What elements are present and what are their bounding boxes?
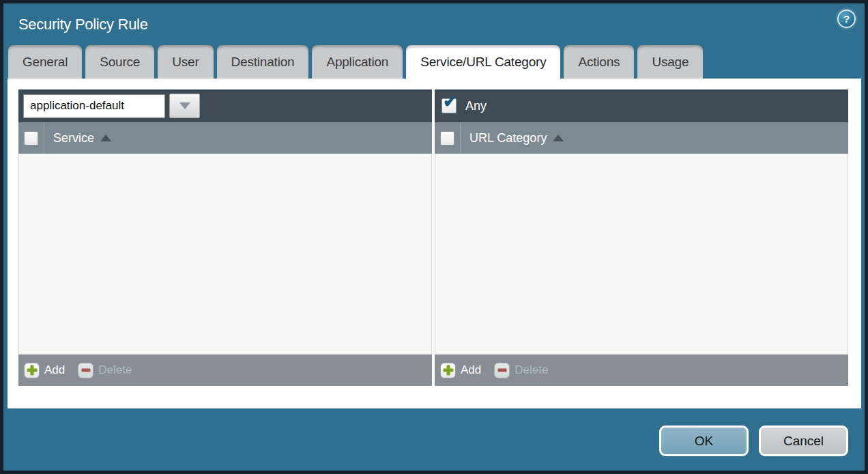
add-button-label: Add: [461, 363, 481, 377]
service-select-all-cell: ✔: [18, 122, 44, 154]
service-add-button[interactable]: Add: [24, 363, 65, 378]
help-icon[interactable]: ?: [837, 10, 856, 28]
any-checkbox[interactable]: ✔: [442, 98, 457, 113]
tab-user[interactable]: User: [158, 45, 213, 79]
any-label[interactable]: Any: [465, 99, 487, 113]
url-category-table-body[interactable]: [435, 154, 848, 354]
url-category-delete-button[interactable]: Delete: [494, 363, 548, 378]
tab-general[interactable]: General: [8, 45, 82, 79]
url-category-add-button[interactable]: Add: [440, 363, 481, 378]
tab-source[interactable]: Source: [85, 45, 154, 79]
delete-button-label: Delete: [515, 363, 548, 377]
url-category-toolbar: ✔ Any: [435, 89, 848, 122]
dialog-titlebar: Security Policy Rule: [3, 3, 865, 45]
minus-icon: [78, 363, 93, 378]
service-panel: ✔ Service Add Delete: [18, 89, 432, 386]
help-glyph: ?: [843, 13, 850, 25]
check-icon: ✔: [443, 93, 457, 110]
service-column-label[interactable]: Service: [53, 131, 94, 145]
cancel-button[interactable]: Cancel: [759, 426, 848, 456]
tab-content: ✔ Service Add Delete: [8, 79, 861, 408]
service-column-header: ✔ Service: [18, 122, 432, 154]
plus-icon: [24, 363, 40, 378]
tab-destination[interactable]: Destination: [217, 45, 309, 79]
url-category-footer: Add Delete: [435, 354, 848, 386]
service-type-dropdown-button[interactable]: [169, 94, 200, 118]
service-type-input[interactable]: [23, 94, 165, 118]
service-footer: Add Delete: [18, 354, 432, 386]
tab-actions[interactable]: Actions: [564, 45, 634, 79]
service-type-combobox: [23, 94, 200, 118]
tab-bar: General Source User Destination Applicat…: [8, 45, 703, 79]
url-category-panel: ✔ Any ✔ URL Category: [435, 89, 848, 386]
service-table-body[interactable]: [18, 154, 432, 354]
url-category-select-all-cell: ✔: [435, 122, 461, 154]
url-category-column-header: ✔ URL Category: [435, 122, 848, 154]
security-policy-rule-dialog: Security Policy Rule ? General Source Us…: [0, 0, 868, 474]
minus-icon: [494, 363, 510, 378]
page-title: Security Policy Rule: [18, 16, 148, 33]
sort-asc-icon: [100, 135, 111, 141]
tab-application[interactable]: Application: [312, 45, 403, 79]
plus-icon: [440, 363, 456, 378]
service-delete-button[interactable]: Delete: [78, 363, 132, 378]
url-category-select-all-checkbox[interactable]: ✔: [440, 131, 454, 145]
dialog-action-buttons: OK Cancel: [659, 426, 848, 456]
any-row: ✔ Any: [439, 98, 487, 113]
sort-asc-icon: [553, 135, 564, 141]
add-button-label: Add: [44, 363, 65, 377]
tab-usage[interactable]: Usage: [637, 45, 703, 79]
service-toolbar: [18, 89, 432, 122]
ok-button[interactable]: OK: [659, 426, 749, 456]
url-category-column-label[interactable]: URL Category: [469, 131, 547, 145]
tab-service-url-category[interactable]: Service/URL Category: [406, 45, 560, 79]
service-select-all-checkbox[interactable]: ✔: [24, 131, 38, 145]
delete-button-label: Delete: [98, 363, 132, 377]
chevron-down-icon: [179, 102, 190, 109]
